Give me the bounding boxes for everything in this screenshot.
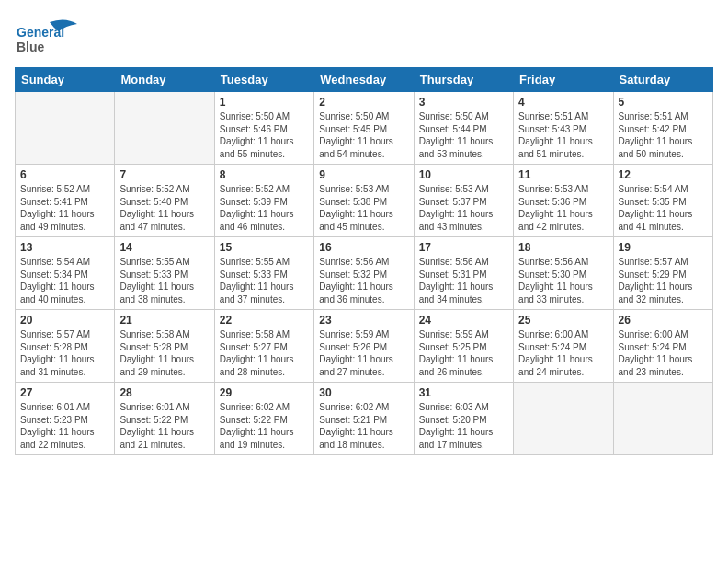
calendar-cell [514,383,613,455]
day-number: 19 [619,241,708,254]
calendar-cell: 27Sunrise: 6:01 AM Sunset: 5:23 PM Dayli… [16,383,115,455]
calendar-week-row: 27Sunrise: 6:01 AM Sunset: 5:23 PM Dayli… [16,383,713,455]
day-number: 28 [119,386,209,399]
day-info: Sunrise: 5:55 AM Sunset: 5:33 PM Dayligh… [220,256,309,305]
svg-text:Blue: Blue [17,40,45,54]
day-info: Sunrise: 5:59 AM Sunset: 5:25 PM Dayligh… [419,328,508,378]
day-number: 25 [518,314,608,327]
day-number: 7 [119,168,209,181]
svg-text:General: General [17,25,64,40]
day-header-saturday: Saturday [613,68,712,92]
day-number: 20 [20,314,109,327]
day-info: Sunrise: 5:52 AM Sunset: 5:39 PM Dayligh… [220,183,309,233]
calendar-cell: 22Sunrise: 5:58 AM Sunset: 5:27 PM Dayli… [214,310,313,383]
day-number: 30 [319,386,408,399]
calendar-cell: 23Sunrise: 5:59 AM Sunset: 5:26 PM Dayli… [314,310,414,383]
day-number: 31 [419,386,508,399]
day-info: Sunrise: 6:01 AM Sunset: 5:22 PM Dayligh… [119,401,209,451]
calendar-cell: 14Sunrise: 5:55 AM Sunset: 5:33 PM Dayli… [115,237,214,310]
calendar-cell: 7Sunrise: 5:52 AM Sunset: 5:40 PM Daylig… [115,165,214,237]
calendar-cell: 24Sunrise: 5:59 AM Sunset: 5:25 PM Dayli… [414,310,513,383]
day-number: 22 [220,314,309,327]
day-info: Sunrise: 5:53 AM Sunset: 5:38 PM Dayligh… [319,183,408,233]
day-number: 17 [419,241,508,254]
day-number: 21 [119,314,209,327]
day-info: Sunrise: 5:53 AM Sunset: 5:37 PM Dayligh… [419,183,508,233]
day-info: Sunrise: 5:50 AM Sunset: 5:44 PM Dayligh… [419,110,508,160]
logo: General Blue [15,15,79,60]
calendar-cell: 10Sunrise: 5:53 AM Sunset: 5:37 PM Dayli… [414,165,513,237]
day-info: Sunrise: 5:51 AM Sunset: 5:42 PM Dayligh… [619,110,708,160]
calendar-cell: 21Sunrise: 5:58 AM Sunset: 5:28 PM Dayli… [115,310,214,383]
day-number: 16 [319,241,408,254]
day-info: Sunrise: 5:58 AM Sunset: 5:28 PM Dayligh… [119,328,209,378]
day-number: 12 [619,168,708,181]
day-info: Sunrise: 5:52 AM Sunset: 5:41 PM Dayligh… [20,183,109,233]
day-number: 10 [419,168,508,181]
calendar-week-row: 13Sunrise: 5:54 AM Sunset: 5:34 PM Dayli… [16,237,713,310]
calendar-cell: 17Sunrise: 5:56 AM Sunset: 5:31 PM Dayli… [414,237,513,310]
calendar-cell: 20Sunrise: 5:57 AM Sunset: 5:28 PM Dayli… [16,310,115,383]
day-info: Sunrise: 5:50 AM Sunset: 5:45 PM Dayligh… [319,110,408,160]
calendar-cell: 1Sunrise: 5:50 AM Sunset: 5:46 PM Daylig… [214,92,313,165]
day-info: Sunrise: 5:57 AM Sunset: 5:28 PM Dayligh… [20,328,109,378]
day-number: 24 [419,314,508,327]
day-info: Sunrise: 5:55 AM Sunset: 5:33 PM Dayligh… [119,256,209,305]
calendar-week-row: 20Sunrise: 5:57 AM Sunset: 5:28 PM Dayli… [16,310,713,383]
day-info: Sunrise: 5:56 AM Sunset: 5:32 PM Dayligh… [319,256,408,305]
day-info: Sunrise: 5:59 AM Sunset: 5:26 PM Dayligh… [319,328,408,378]
calendar-cell: 25Sunrise: 6:00 AM Sunset: 5:24 PM Dayli… [514,310,613,383]
day-info: Sunrise: 5:58 AM Sunset: 5:27 PM Dayligh… [220,328,309,378]
day-header-monday: Monday [115,68,214,92]
day-info: Sunrise: 6:03 AM Sunset: 5:20 PM Dayligh… [419,401,508,451]
calendar-cell: 15Sunrise: 5:55 AM Sunset: 5:33 PM Dayli… [214,237,313,310]
day-number: 9 [319,168,408,181]
calendar-cell: 4Sunrise: 5:51 AM Sunset: 5:43 PM Daylig… [514,92,613,165]
day-info: Sunrise: 5:51 AM Sunset: 5:43 PM Dayligh… [518,110,608,160]
calendar-cell: 8Sunrise: 5:52 AM Sunset: 5:39 PM Daylig… [214,165,313,237]
day-header-wednesday: Wednesday [314,68,414,92]
calendar-cell [613,383,712,455]
calendar-cell [115,92,214,165]
day-number: 6 [20,168,109,181]
calendar-cell: 11Sunrise: 5:53 AM Sunset: 5:36 PM Dayli… [514,165,613,237]
day-number: 18 [518,241,608,254]
calendar-cell: 3Sunrise: 5:50 AM Sunset: 5:44 PM Daylig… [414,92,513,165]
day-number: 1 [220,96,309,109]
day-number: 23 [319,314,408,327]
day-number: 14 [119,241,209,254]
day-number: 13 [20,241,109,254]
day-info: Sunrise: 6:01 AM Sunset: 5:23 PM Dayligh… [20,401,109,451]
calendar-cell: 9Sunrise: 5:53 AM Sunset: 5:38 PM Daylig… [314,165,414,237]
day-info: Sunrise: 6:00 AM Sunset: 5:24 PM Dayligh… [518,328,608,378]
calendar-cell: 31Sunrise: 6:03 AM Sunset: 5:20 PM Dayli… [414,383,513,455]
calendar-cell: 5Sunrise: 5:51 AM Sunset: 5:42 PM Daylig… [613,92,712,165]
calendar-cell: 19Sunrise: 5:57 AM Sunset: 5:29 PM Dayli… [613,237,712,310]
day-info: Sunrise: 6:02 AM Sunset: 5:22 PM Dayligh… [220,401,309,451]
day-info: Sunrise: 5:56 AM Sunset: 5:30 PM Dayligh… [518,256,608,305]
day-number: 27 [20,386,109,399]
calendar-header-row: SundayMondayTuesdayWednesdayThursdayFrid… [16,68,713,92]
page-header: General Blue [15,15,713,60]
day-number: 5 [619,96,708,109]
calendar-week-row: 6Sunrise: 5:52 AM Sunset: 5:41 PM Daylig… [16,165,713,237]
day-info: Sunrise: 5:52 AM Sunset: 5:40 PM Dayligh… [119,183,209,233]
day-info: Sunrise: 5:57 AM Sunset: 5:29 PM Dayligh… [619,256,708,305]
day-number: 8 [220,168,309,181]
day-header-tuesday: Tuesday [214,68,313,92]
day-number: 15 [220,241,309,254]
day-number: 3 [419,96,508,109]
day-number: 26 [619,314,708,327]
calendar-cell: 28Sunrise: 6:01 AM Sunset: 5:22 PM Dayli… [115,383,214,455]
calendar-cell: 12Sunrise: 5:54 AM Sunset: 5:35 PM Dayli… [613,165,712,237]
day-header-sunday: Sunday [16,68,115,92]
day-info: Sunrise: 5:50 AM Sunset: 5:46 PM Dayligh… [220,110,309,160]
calendar-cell: 29Sunrise: 6:02 AM Sunset: 5:22 PM Dayli… [214,383,313,455]
day-info: Sunrise: 6:00 AM Sunset: 5:24 PM Dayligh… [619,328,708,378]
day-info: Sunrise: 5:53 AM Sunset: 5:36 PM Dayligh… [518,183,608,233]
day-info: Sunrise: 5:56 AM Sunset: 5:31 PM Dayligh… [419,256,508,305]
day-info: Sunrise: 5:54 AM Sunset: 5:35 PM Dayligh… [619,183,708,233]
day-header-friday: Friday [514,68,613,92]
day-info: Sunrise: 6:02 AM Sunset: 5:21 PM Dayligh… [319,401,408,451]
calendar-cell: 16Sunrise: 5:56 AM Sunset: 5:32 PM Dayli… [314,237,414,310]
